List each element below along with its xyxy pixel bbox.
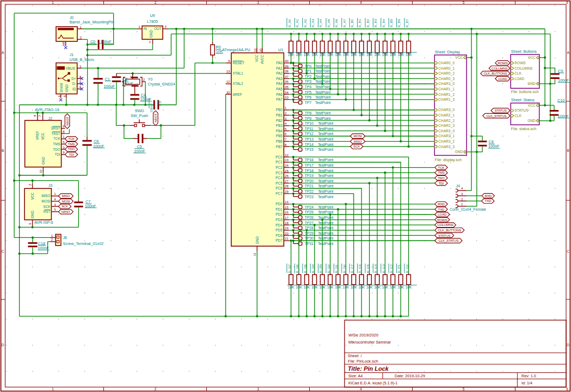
svg-text:GND: GND (255, 236, 259, 244)
svg-text:R_B0: R_B0 (350, 19, 354, 27)
svg-text:R_D0: R_D0 (342, 264, 346, 273)
svg-text:TMS: TMS (53, 142, 60, 146)
svg-text:PA5: PA5 (276, 87, 283, 91)
svg-text:TestPoint: TestPoint (315, 74, 330, 79)
svg-text:TestPoint: TestPoint (318, 121, 333, 126)
svg-text:R_A3: R_A3 (311, 19, 315, 27)
svg-text:5: 5 (63, 140, 65, 144)
svg-text:XTAL1: XTAL1 (233, 71, 244, 75)
svg-text:1: 1 (52, 387, 54, 391)
svg-text:10K: 10K (335, 285, 341, 289)
svg-text:4: 4 (285, 121, 287, 125)
svg-text:TCK: TCK (68, 137, 75, 140)
svg-text:10K: 10K (358, 285, 365, 289)
svg-text:37: 37 (285, 75, 288, 78)
svg-text:MP: MP (62, 41, 65, 46)
svg-text:1: 1 (51, 234, 53, 237)
svg-text:R_B7: R_B7 (405, 19, 409, 27)
svg-text:MOSI: MOSI (41, 199, 50, 203)
svg-text:R_A0: R_A0 (287, 19, 291, 27)
svg-text:8: 8 (285, 143, 287, 146)
svg-text:GND: GND (41, 157, 45, 164)
svg-text:12: 12 (226, 79, 230, 83)
svg-text:Screw_Terminal_01x02: Screw_Terminal_01x02 (63, 241, 104, 246)
svg-text:2: 2 (149, 40, 151, 44)
svg-text:TP6: TP6 (305, 95, 312, 100)
svg-text:D: D (567, 343, 569, 347)
svg-text:CHAR0_1: CHAR0_1 (438, 66, 455, 71)
svg-text:27: 27 (285, 179, 288, 183)
svg-text:File: buttons.sch: File: buttons.sch (511, 90, 539, 94)
svg-text:PB7: PB7 (276, 145, 283, 149)
svg-text:2: 2 (143, 78, 145, 81)
svg-text:10K: 10K (304, 285, 310, 289)
svg-text:TMS: TMS (68, 142, 75, 146)
svg-text:CHAR2_3: CHAR2_3 (438, 124, 455, 128)
svg-text:CLK: CLK (514, 71, 522, 75)
svg-text:MISO: MISO (354, 139, 362, 143)
svg-text:CHAR1_0: CHAR1_0 (438, 82, 455, 86)
svg-text:File: status.sch: File: status.sch (511, 127, 537, 131)
svg-text:File: display.sch: File: display.sch (435, 158, 462, 162)
svg-text:TestPoint: TestPoint (315, 79, 330, 84)
svg-text:A: A (567, 51, 569, 54)
svg-text:10K: 10K (296, 285, 302, 289)
svg-text:100nF: 100nF (558, 114, 569, 119)
svg-text:VCC: VCC (455, 56, 463, 59)
svg-text:PB2: PB2 (276, 119, 283, 122)
svg-text:5: 5 (463, 387, 465, 391)
svg-text:10K: 10K (343, 285, 349, 289)
svg-text:TestPoint: TestPoint (318, 215, 333, 220)
svg-text:CHAR3_1: CHAR3_1 (438, 134, 455, 138)
svg-text:10K: 10K (390, 285, 396, 289)
svg-text:10K: 10K (288, 285, 294, 289)
svg-text:PD6: PD6 (275, 234, 283, 237)
svg-text:4: 4 (33, 115, 36, 117)
svg-text:TestPoint: TestPoint (318, 189, 333, 194)
svg-text:40: 40 (285, 59, 288, 63)
svg-text:17: 17 (285, 216, 288, 219)
svg-text:22: 22 (285, 153, 288, 157)
svg-text:SWD: SWD (135, 108, 144, 113)
svg-text:TP9: TP9 (305, 116, 312, 121)
svg-text:R_D3: R_D3 (318, 264, 322, 273)
svg-text:TP2: TP2 (305, 74, 312, 79)
svg-text:2: 2 (28, 183, 32, 186)
svg-text:TXD: TXD (484, 199, 492, 203)
svg-text:R_B5: R_B5 (389, 19, 393, 27)
svg-text:R_C2: R_C2 (389, 264, 393, 273)
svg-text:GND: GND (30, 211, 34, 218)
svg-text:CLK_STATUS: CLK_STATUS (438, 238, 458, 242)
svg-text:TP11: TP11 (305, 126, 314, 131)
svg-text:USB_B_Micro: USB_B_Micro (70, 57, 94, 62)
svg-text:TP5: TP5 (305, 90, 312, 95)
svg-text:CHAR0_2: CHAR0_2 (438, 71, 455, 76)
svg-text:STATUS: STATUS (494, 108, 506, 112)
svg-text:R_A2: R_A2 (303, 19, 307, 27)
svg-text:19: 19 (285, 226, 288, 230)
svg-text:SCK: SCK (43, 205, 51, 209)
svg-text:R_B3: R_B3 (373, 19, 377, 27)
svg-text:29: 29 (285, 189, 288, 193)
svg-text:6: 6 (57, 95, 61, 97)
svg-text:39: 39 (285, 64, 288, 68)
svg-text:CLK_BUTTONS: CLK_BUTTONS (484, 71, 507, 75)
svg-text:MOSI: MOSI (62, 199, 70, 203)
svg-text:CHAR1_1: CHAR1_1 (438, 87, 455, 91)
svg-text:4: 4 (360, 387, 362, 391)
svg-text:2: 2 (285, 111, 287, 115)
svg-text:100nF: 100nF (38, 246, 49, 250)
svg-text:20: 20 (285, 231, 288, 235)
svg-text:PD0: PD0 (275, 202, 283, 206)
svg-text:10: 10 (254, 48, 257, 52)
svg-text:LOAD: LOAD (498, 77, 507, 81)
svg-text:9: 9 (63, 150, 65, 154)
svg-text:GND: GND (65, 84, 69, 92)
svg-text:6: 6 (566, 387, 568, 391)
svg-text:PA6: PA6 (276, 93, 283, 96)
svg-text:TDI: TDI (54, 152, 60, 156)
svg-text:34: 34 (285, 90, 288, 94)
svg-text:Barrel_Jack_MountingPin: Barrel_Jack_MountingPin (70, 20, 114, 24)
svg-text:AREF: AREF (233, 93, 242, 96)
svg-text:MISO: MISO (41, 194, 50, 198)
